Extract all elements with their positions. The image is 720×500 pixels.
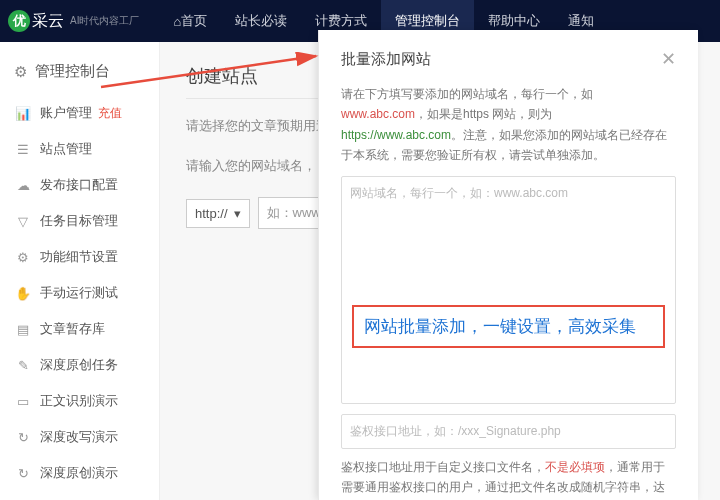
chevron-down-icon: ▾ bbox=[234, 206, 241, 221]
nav-mustread[interactable]: 站长必读 bbox=[221, 0, 301, 42]
sidebar-item-label: 文章暂存库 bbox=[40, 320, 105, 338]
domains-textarea[interactable]: 网站域名，每行一个，如：www.abc.com 网站批量添加，一键设置，高效采集 bbox=[341, 176, 676, 404]
batch-add-modal: 批量添加网站 ✕ 请在下方填写要添加的网站域名，每行一个，如 www.abc.c… bbox=[318, 30, 698, 500]
sidebar-item-1[interactable]: ☰站点管理 bbox=[0, 131, 159, 167]
recharge-badge: 充值 bbox=[98, 105, 122, 122]
sidebar-item-8[interactable]: ▭正文识别演示 bbox=[0, 383, 159, 419]
screen-icon: ▭ bbox=[14, 394, 32, 409]
cogs-icon: ⚙ bbox=[14, 250, 32, 265]
sidebar-title: ⚙ 管理控制台 bbox=[0, 54, 159, 95]
sidebar-item-7[interactable]: ✎深度原创任务 bbox=[0, 347, 159, 383]
sidebar: ⚙ 管理控制台 📊账户管理充值☰站点管理☁发布接口配置▽任务目标管理⚙功能细节设… bbox=[0, 42, 160, 500]
logo-subtitle: AI时代内容工厂 bbox=[70, 14, 139, 28]
sidebar-item-0[interactable]: 📊账户管理充值 bbox=[0, 95, 159, 131]
list-icon: ☰ bbox=[14, 142, 32, 157]
home-icon: ⌂ bbox=[173, 14, 181, 29]
sidebar-item-6[interactable]: ▤文章暂存库 bbox=[0, 311, 159, 347]
sidebar-item-2[interactable]: ☁发布接口配置 bbox=[0, 167, 159, 203]
refresh-icon: ↻ bbox=[14, 430, 32, 445]
auth-description: 鉴权接口地址用于自定义接口文件名，不是必填项，通常用于需要通用鉴权接口的用户，通… bbox=[341, 457, 676, 500]
edit-icon: ✎ bbox=[14, 358, 32, 373]
sidebar-item-10[interactable]: ↻深度原创演示 bbox=[0, 455, 159, 491]
sidebar-item-9[interactable]: ↻深度改写演示 bbox=[0, 419, 159, 455]
modal-description: 请在下方填写要添加的网站域名，每行一个，如 www.abc.com，如果是htt… bbox=[341, 84, 676, 166]
annotation-callout: 网站批量添加，一键设置，高效采集 bbox=[352, 305, 665, 348]
sidebar-item-5[interactable]: ✋手动运行测试 bbox=[0, 275, 159, 311]
protocol-select[interactable]: http://▾ bbox=[186, 199, 250, 228]
auth-url-input[interactable]: 鉴权接口地址，如：/xxx_Signature.php bbox=[341, 414, 676, 449]
sidebar-item-label: 任务目标管理 bbox=[40, 212, 118, 230]
gear-icon: ⚙ bbox=[14, 63, 27, 81]
textarea-placeholder: 网站域名，每行一个，如：www.abc.com bbox=[350, 185, 667, 202]
nav-home[interactable]: ⌂ 首页 bbox=[159, 0, 221, 42]
sidebar-item-11[interactable]: 🔍文章原创检测 bbox=[0, 491, 159, 500]
modal-title: 批量添加网站 bbox=[341, 50, 431, 69]
close-icon[interactable]: ✕ bbox=[661, 48, 676, 70]
logo-text: 采云 bbox=[32, 11, 64, 32]
cloud-icon: ☁ bbox=[14, 178, 32, 193]
sidebar-item-label: 发布接口配置 bbox=[40, 176, 118, 194]
sidebar-item-label: 手动运行测试 bbox=[40, 284, 118, 302]
logo-badge-icon: 优 bbox=[8, 10, 30, 32]
filter-icon: ▽ bbox=[14, 214, 32, 229]
sidebar-item-label: 功能细节设置 bbox=[40, 248, 118, 266]
chart-icon: 📊 bbox=[14, 106, 32, 121]
hand-icon: ✋ bbox=[14, 286, 32, 301]
sidebar-item-label: 账户管理 bbox=[40, 104, 92, 122]
doc-icon: ▤ bbox=[14, 322, 32, 337]
sidebar-item-label: 深度改写演示 bbox=[40, 428, 118, 446]
sidebar-item-4[interactable]: ⚙功能细节设置 bbox=[0, 239, 159, 275]
sidebar-item-label: 正文识别演示 bbox=[40, 392, 118, 410]
refresh-icon: ↻ bbox=[14, 466, 32, 481]
sidebar-item-label: 深度原创任务 bbox=[40, 356, 118, 374]
logo[interactable]: 优 采云 AI时代内容工厂 bbox=[0, 10, 147, 32]
sidebar-item-3[interactable]: ▽任务目标管理 bbox=[0, 203, 159, 239]
sidebar-item-label: 站点管理 bbox=[40, 140, 92, 158]
sidebar-item-label: 深度原创演示 bbox=[40, 464, 118, 482]
